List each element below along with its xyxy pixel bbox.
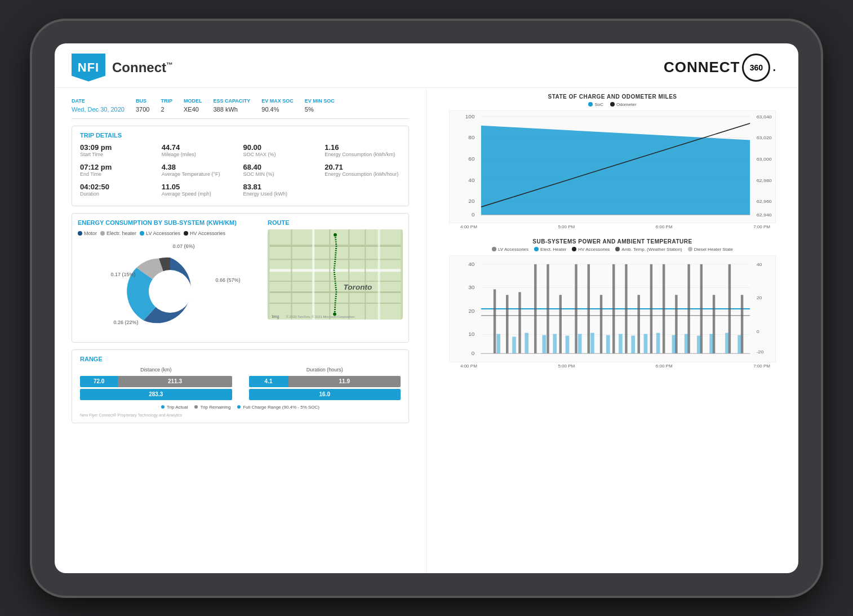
subsystems-chart-area: 40 30 20 10 0 40 20 0 -20: [449, 255, 776, 362]
svg-rect-86: [619, 334, 623, 353]
soc-chart-section: STATE OF CHARGE AND ODOMETER MILES SoC O…: [438, 94, 787, 229]
svg-rect-62: [559, 295, 562, 353]
elect-heater-legend-label: Elect. Heater: [540, 247, 566, 252]
range-title: RANGE: [80, 356, 401, 362]
subsystems-legend: LV Accessories Elect. Heater HV Accessor…: [438, 247, 787, 252]
hv-acc-sub-dot: [572, 247, 576, 251]
end-time-lbl: End Time: [80, 171, 156, 177]
connect360-circle: 360: [742, 54, 770, 82]
main-content: DATE Wed, Dec 30, 2020 BUS 3700 TRIP 2 M…: [55, 88, 798, 573]
svg-text:30: 30: [468, 284, 474, 290]
sub-x-3: 6:00 PM: [656, 364, 673, 369]
energy-kwh-km-val: 1.16: [325, 143, 401, 152]
bus-label: BUS: [136, 98, 149, 104]
full-range-label: Full Charge Range (90.4% - 5% SOC): [243, 405, 319, 410]
energy-kwh-h-val: 20.71: [325, 163, 401, 171]
svg-text:63,040: 63,040: [757, 114, 772, 119]
subsystems-chart-title: SUB-SYSTEMS POWER AND AMBIENT TEMPERATUR…: [438, 238, 787, 245]
soc-x-4: 7:00 PM: [753, 224, 770, 229]
svg-text:-20: -20: [757, 349, 764, 354]
duration-val: 04:02:50: [80, 183, 156, 191]
dist-full-val: 283.3: [149, 391, 163, 397]
soc-chart-legend: SoC Odometer: [438, 102, 787, 107]
energy-kwh-km-cell: 1.16 Energy Consumption (kWh/km): [325, 143, 401, 157]
legend-lv-acc: LV Accessories: [140, 231, 180, 236]
dist-remaining-val: 211.3: [168, 378, 182, 384]
diesel-heater-legend-label: Diesel Heater State: [694, 247, 733, 252]
svg-text:40: 40: [757, 262, 762, 267]
svg-rect-65: [600, 295, 602, 353]
lv-acc-label: LV Accessories: [146, 231, 180, 236]
dist-full-bar: 283.3: [80, 389, 232, 400]
full-range-dot: [237, 405, 241, 409]
svg-marker-38: [481, 125, 750, 214]
avg-temp-cell: 4.38 Average Temperature (°F): [162, 163, 238, 177]
trip-remaining-label: Trip Remaining: [200, 405, 230, 410]
duration-cell: 04:02:50 Duration: [80, 183, 156, 197]
svg-rect-77: [496, 334, 500, 353]
duration-lbl: Duration: [80, 191, 156, 197]
svg-rect-58: [506, 295, 508, 353]
legend-trip-remaining: Trip Remaining: [194, 405, 230, 410]
energy-kwh-km-lbl: Energy Consumption (kWh/km): [325, 152, 401, 157]
svg-rect-60: [534, 264, 536, 353]
svg-text:10: 10: [468, 331, 474, 337]
svg-text:62,960: 62,960: [757, 198, 772, 203]
evmax-field: EV MAX SOC 90.4%: [261, 98, 294, 114]
subsystems-chart-svg: 40 30 20 10 0 40 20 0 -20: [450, 256, 775, 362]
svg-rect-87: [631, 335, 635, 353]
trip-grid: 03:09 pm Start Time 44.74 Mileage (miles…: [80, 143, 401, 200]
svg-text:60: 60: [468, 156, 474, 161]
nfi-text: NFI: [78, 60, 99, 75]
odometer-dot: [610, 102, 615, 107]
svg-text:0: 0: [472, 350, 475, 356]
svg-text:20: 20: [468, 308, 474, 313]
svg-rect-69: [650, 264, 652, 353]
svg-rect-80: [543, 335, 547, 353]
range-row: Distance (km) 72.0 211.3: [80, 367, 401, 402]
svg-text:80: 80: [468, 135, 474, 140]
map-svg: Toronto bing © 2020 TomTom, © 2021 Micro…: [268, 229, 403, 320]
svg-rect-61: [547, 264, 549, 353]
range-legend: Trip Actual Trip Remaining Full Charge R…: [80, 405, 401, 410]
footnote: New Flyer Connect® Proprietary Technolog…: [80, 413, 401, 417]
dur-full-val: 16.0: [319, 391, 330, 397]
trip-details-title: TRIP DETAILS: [80, 132, 401, 139]
soc-legend-item: SoC: [588, 102, 603, 107]
sub-x-4: 7:00 PM: [753, 364, 770, 369]
evmax-value: 90.4%: [261, 106, 279, 113]
svg-text:bing: bing: [272, 314, 279, 319]
range-section: RANGE Distance (km) 72.0 211.3: [72, 349, 409, 423]
legend-electr-heater: Electr. heater: [100, 231, 136, 236]
subsystems-chart-section: SUB-SYSTEMS POWER AND AMBIENT TEMPERATUR…: [438, 238, 787, 369]
amb-temp-legend-label: Amb. Temp. (Weather Station): [621, 247, 682, 252]
legend-amb-temp: Amb. Temp. (Weather Station): [615, 247, 682, 252]
date-label: DATE: [72, 98, 125, 104]
soc-chart-wrapper: 100 80 60 40 20 0 63,040 63,020 63,000: [449, 110, 776, 223]
start-time-lbl: Start Time: [80, 152, 156, 157]
soc-chart-title: STATE OF CHARGE AND ODOMETER MILES: [438, 94, 787, 100]
svg-text:0: 0: [757, 329, 759, 334]
electr-heater-label: Electr. heater: [106, 231, 136, 236]
energy-kwh-h-cell: 20.71 Energy Consumption (kWh/hour): [325, 163, 401, 177]
svg-rect-90: [672, 335, 676, 353]
svg-text:20: 20: [757, 295, 762, 300]
mileage-val: 44.74: [162, 143, 238, 152]
svg-text:40: 40: [468, 261, 474, 267]
evmax-label: EV MAX SOC: [261, 98, 294, 104]
odometer-legend-item: Odometer: [610, 102, 637, 107]
trip-value: 2: [161, 106, 164, 113]
energy-used-val: 83.81: [243, 183, 319, 191]
svg-rect-79: [525, 333, 528, 353]
avg-temp-lbl: Average Temperature (°F): [162, 171, 238, 177]
svg-text:Toronto: Toronto: [344, 282, 372, 291]
motor-label: Motor: [84, 231, 97, 236]
legend-trip-actual: Trip Actual: [161, 405, 188, 410]
avg-speed-cell: 11.05 Average Speed (mph): [162, 183, 238, 197]
svg-rect-68: [637, 295, 639, 353]
svg-text:63,020: 63,020: [757, 135, 772, 140]
dist-actual-val: 72.0: [94, 378, 104, 384]
energy-kwh-h-lbl: Energy Consumption (kWh/hour): [325, 171, 401, 177]
legend-lv-acc: LV Accessories: [492, 247, 528, 252]
distance-subtitle: Distance (km): [80, 367, 232, 373]
